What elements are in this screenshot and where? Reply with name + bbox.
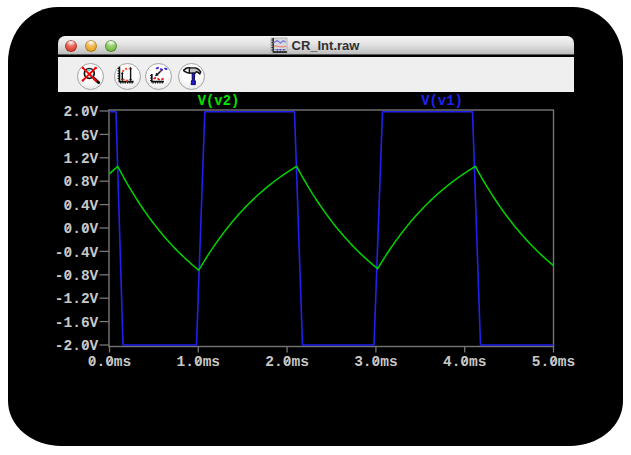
svg-text:2.0V: 2.0V (63, 104, 98, 120)
svg-text:1.6V: 1.6V (63, 128, 98, 144)
svg-text:0.8V: 0.8V (63, 174, 98, 190)
svg-text:-0.4V: -0.4V (55, 245, 99, 261)
svg-text:-0.8V: -0.8V (55, 268, 99, 284)
svg-text:V(v2): V(v2) (198, 94, 239, 109)
svg-text:0.0V: 0.0V (63, 221, 98, 237)
svg-text:-1.2V: -1.2V (55, 291, 99, 307)
svg-text:-1.6V: -1.6V (55, 315, 99, 331)
svg-text:1.2V: 1.2V (63, 151, 98, 167)
svg-text:V(v1): V(v1) (421, 94, 462, 109)
svg-text:-2.0V: -2.0V (55, 338, 99, 354)
svg-text:0.4V: 0.4V (63, 198, 98, 214)
